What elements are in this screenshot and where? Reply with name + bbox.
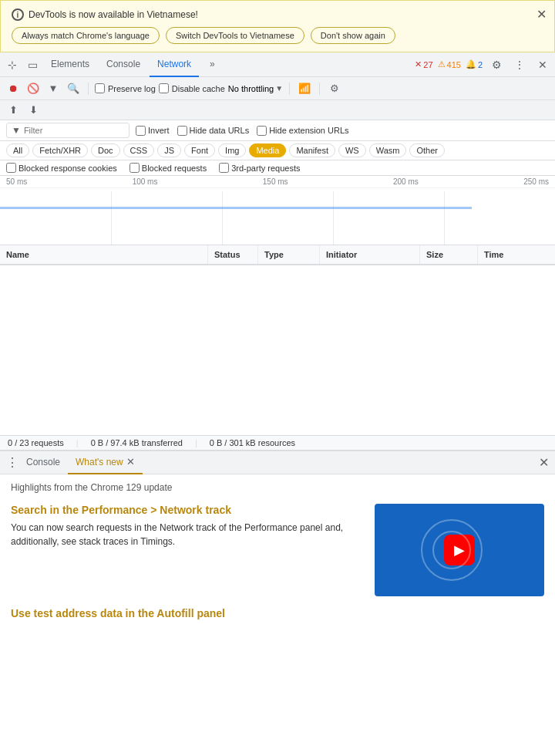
filter-options: Invert Hide data URLs Hide extension URL… bbox=[136, 126, 349, 136]
invert-label: Invert bbox=[148, 126, 170, 135]
th-type[interactable]: Type bbox=[258, 245, 320, 264]
thumb-circle-2 bbox=[432, 531, 471, 569]
th-size[interactable]: Size bbox=[420, 245, 478, 264]
th-name[interactable]: Name bbox=[0, 245, 208, 264]
tab-more[interactable]: » bbox=[202, 52, 223, 77]
feature-thumbnail-1[interactable]: ▶ bbox=[375, 504, 544, 596]
wifi-icon[interactable]: 📶 bbox=[296, 80, 313, 97]
timeline-label: 50 ms bbox=[6, 177, 27, 186]
type-filter-fetch/xhr[interactable]: Fetch/XHR bbox=[32, 143, 88, 157]
record-button[interactable]: ⏺ bbox=[5, 80, 22, 97]
whats-new-subtitle: Highlights from the Chrome 129 update bbox=[11, 482, 544, 493]
tab-elements[interactable]: Elements bbox=[43, 52, 97, 77]
type-filter-row: AllFetch/XHRDocCSSJSFontImgMediaManifest… bbox=[0, 141, 555, 160]
type-filter-media[interactable]: Media bbox=[249, 143, 286, 157]
invert-checkbox[interactable]: Invert bbox=[136, 126, 170, 136]
blocked-cookies-checkbox[interactable]: Blocked response cookies bbox=[6, 163, 117, 173]
preserve-log-label: Preserve log bbox=[108, 84, 156, 93]
throttle-value[interactable]: No throttling bbox=[228, 84, 274, 93]
bottom-tabs: ⋮ Console What's new ✕ ✕ bbox=[0, 451, 555, 474]
throttle-arrow-icon[interactable]: ▼ bbox=[275, 84, 283, 93]
feature-title-1: Search in the Performance > Network trac… bbox=[11, 504, 365, 516]
type-filter-other[interactable]: Other bbox=[409, 143, 445, 157]
th-status[interactable]: Status bbox=[208, 245, 258, 264]
blocked-requests-label: Blocked requests bbox=[142, 164, 207, 173]
hide-extension-urls-input[interactable] bbox=[257, 126, 267, 136]
type-filter-css[interactable]: CSS bbox=[123, 143, 155, 157]
timeline-bar bbox=[0, 207, 472, 209]
clear-button[interactable]: 🚫 bbox=[25, 80, 42, 97]
blocked-cookies-input[interactable] bbox=[6, 163, 16, 173]
disable-cache-checkbox[interactable]: Disable cache bbox=[159, 83, 225, 93]
third-party-checkbox[interactable]: 3rd-party requests bbox=[219, 163, 300, 173]
whats-new-content: Highlights from the Chrome 129 update Se… bbox=[0, 474, 555, 627]
tab-whats-new[interactable]: What's new ✕ bbox=[68, 451, 143, 474]
settings-gear-icon[interactable]: ⚙ bbox=[487, 56, 506, 74]
blocked-requests-checkbox[interactable]: Blocked requests bbox=[130, 163, 207, 173]
tab-console[interactable]: Console bbox=[99, 52, 148, 77]
type-filter-manifest[interactable]: Manifest bbox=[289, 143, 335, 157]
dismiss-button[interactable]: Don't show again bbox=[311, 27, 395, 44]
devtools-close-icon[interactable]: ✕ bbox=[533, 56, 552, 74]
more-options-icon[interactable]: ⋮ bbox=[510, 56, 529, 74]
separator-1 bbox=[88, 83, 89, 95]
disable-cache-input[interactable] bbox=[159, 83, 169, 93]
type-filter-font[interactable]: Font bbox=[184, 143, 215, 157]
type-filter-doc[interactable]: Doc bbox=[91, 143, 120, 157]
type-filter-wasm[interactable]: Wasm bbox=[369, 143, 407, 157]
feature-desc-1: You can now search requests in the Netwo… bbox=[11, 521, 365, 548]
switch-vietnamese-button[interactable]: Switch DevTools to Vietnamese bbox=[166, 27, 304, 44]
feature-text-1: Search in the Performance > Network trac… bbox=[11, 504, 365, 596]
third-party-label: 3rd-party requests bbox=[231, 164, 300, 173]
pointer-icon[interactable]: ⊹ bbox=[3, 56, 22, 74]
feature-title-2: Use test address data in the Autofill pa… bbox=[11, 607, 544, 619]
th-initiator[interactable]: Initiator bbox=[320, 245, 420, 264]
info-badge[interactable]: 🔔 2 bbox=[466, 59, 483, 69]
invert-input[interactable] bbox=[136, 126, 146, 136]
throttle-wrapper: No throttling ▼ bbox=[228, 84, 283, 93]
info-count: 2 bbox=[478, 60, 483, 69]
grid-line-4 bbox=[444, 191, 445, 245]
status-sep-1: | bbox=[76, 438, 79, 447]
hide-extension-urls-checkbox[interactable]: Hide extension URLs bbox=[257, 126, 348, 136]
blocked-cookies-label: Blocked response cookies bbox=[18, 164, 117, 173]
bottom-kebab-icon[interactable]: ⋮ bbox=[6, 455, 18, 470]
filter-input[interactable] bbox=[24, 126, 109, 135]
blocked-requests-input[interactable] bbox=[130, 163, 140, 173]
error-badge[interactable]: ✕ 27 bbox=[415, 59, 432, 69]
disable-cache-label: Disable cache bbox=[172, 84, 225, 93]
hide-data-urls-checkbox[interactable]: Hide data URLs bbox=[177, 126, 250, 136]
type-filter-all[interactable]: All bbox=[6, 143, 29, 157]
preserve-log-input[interactable] bbox=[95, 83, 105, 93]
third-party-input[interactable] bbox=[219, 163, 229, 173]
hide-data-urls-label: Hide data URLs bbox=[190, 126, 250, 135]
warning-count: 415 bbox=[447, 60, 461, 69]
hide-data-urls-input[interactable] bbox=[177, 126, 187, 136]
transferred-status: 0 B / 97.4 kB transferred bbox=[91, 438, 183, 447]
notification-message: DevTools is now available in Vietnamese! bbox=[29, 9, 198, 20]
whats-new-label: What's new bbox=[76, 457, 123, 467]
language-match-button[interactable]: Always match Chrome's language bbox=[12, 27, 160, 44]
filter-toggle-button[interactable]: ▼ bbox=[45, 80, 62, 97]
th-time[interactable]: Time bbox=[478, 245, 540, 264]
upload-icon[interactable]: ⬆ bbox=[5, 102, 22, 119]
preserve-log-checkbox[interactable]: Preserve log bbox=[95, 83, 156, 93]
notification-close-button[interactable]: ✕ bbox=[536, 7, 547, 22]
tab-console-bottom[interactable]: Console bbox=[18, 451, 68, 474]
search-button[interactable]: 🔍 bbox=[65, 80, 82, 97]
resources-status: 0 B / 301 kB resources bbox=[210, 438, 295, 447]
type-filter-ws[interactable]: WS bbox=[338, 143, 366, 157]
warning-badge[interactable]: ⚠ 415 bbox=[438, 59, 461, 69]
timeline-row: 50 ms100 ms150 ms200 ms250 ms bbox=[0, 176, 555, 245]
whats-new-close-icon[interactable]: ✕ bbox=[126, 456, 135, 467]
info-icon: i bbox=[12, 8, 24, 21]
type-filter-img[interactable]: Img bbox=[218, 143, 246, 157]
download-icon[interactable]: ⬇ bbox=[25, 102, 42, 119]
device-icon[interactable]: ▭ bbox=[23, 56, 42, 74]
tab-network[interactable]: Network bbox=[150, 52, 199, 77]
timeline-label: 100 ms bbox=[133, 177, 158, 186]
network-gear-icon[interactable]: ⚙ bbox=[326, 80, 343, 97]
type-filter-js[interactable]: JS bbox=[157, 143, 181, 157]
separator-3 bbox=[319, 83, 320, 95]
bottom-close-icon[interactable]: ✕ bbox=[539, 455, 549, 470]
